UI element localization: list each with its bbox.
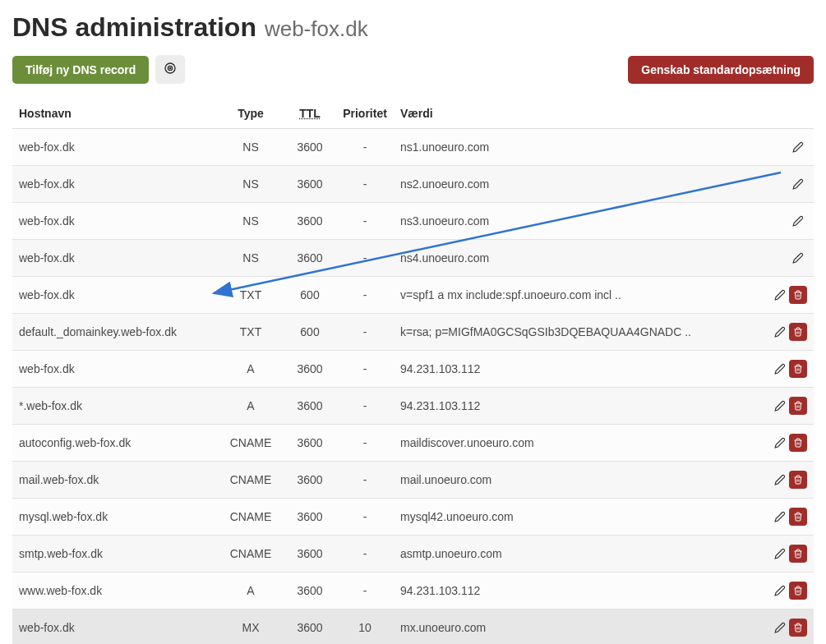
- table-row: web-fox.dkMX360010mx.unoeuro.com: [12, 610, 814, 645]
- edit-button[interactable]: [771, 360, 789, 378]
- cell-host: web-fox.dk: [12, 351, 218, 388]
- trash-icon: [793, 438, 803, 448]
- edit-button[interactable]: [789, 138, 807, 156]
- delete-button[interactable]: [789, 397, 807, 415]
- cell-host: smtp.web-fox.dk: [12, 536, 218, 573]
- cell-value: ns1.unoeuro.com: [394, 129, 764, 166]
- delete-button[interactable]: [789, 619, 807, 637]
- cell-ttl: 3600: [284, 610, 336, 645]
- dns-table: Hostnavn Type TTL Prioritet Værdi web-fo…: [12, 99, 814, 644]
- cell-actions: [764, 240, 814, 277]
- col-header-prio: Prioritet: [336, 99, 394, 129]
- cell-ttl: 3600: [284, 573, 336, 610]
- pencil-icon: [792, 141, 804, 153]
- cell-value: mx.unoeuro.com: [394, 610, 764, 645]
- delete-button[interactable]: [789, 286, 807, 304]
- cell-ttl: 3600: [284, 203, 336, 240]
- table-row: web-fox.dkNS3600-ns3.unoeuro.com: [12, 203, 814, 240]
- edit-button[interactable]: [771, 397, 789, 415]
- col-header-value: Værdi: [394, 99, 764, 129]
- cell-ttl: 3600: [284, 351, 336, 388]
- cell-host: web-fox.dk: [12, 129, 218, 166]
- cell-type: MX: [218, 610, 284, 645]
- cell-actions: [764, 610, 814, 645]
- cell-value: asmtp.unoeuro.com: [394, 536, 764, 573]
- pencil-icon: [774, 289, 786, 301]
- delete-button[interactable]: [789, 582, 807, 600]
- reset-defaults-button[interactable]: Genskab standardopsætning: [628, 56, 814, 84]
- edit-button[interactable]: [771, 582, 789, 600]
- delete-button[interactable]: [789, 323, 807, 341]
- cell-priority: -: [336, 462, 394, 499]
- trash-icon: [793, 290, 803, 300]
- cell-priority: 10: [336, 610, 394, 645]
- edit-button[interactable]: [771, 323, 789, 341]
- edit-button[interactable]: [771, 508, 789, 526]
- edit-button[interactable]: [789, 249, 807, 267]
- cell-priority: -: [336, 129, 394, 166]
- cell-value: 94.231.103.112: [394, 351, 764, 388]
- cell-host: web-fox.dk: [12, 203, 218, 240]
- delete-button[interactable]: [789, 545, 807, 563]
- cell-type: NS: [218, 203, 284, 240]
- cell-type: NS: [218, 129, 284, 166]
- cell-host: www.web-fox.dk: [12, 573, 218, 610]
- cell-type: CNAME: [218, 425, 284, 462]
- col-header-type: Type: [218, 99, 284, 129]
- cell-ttl: 600: [284, 314, 336, 351]
- edit-button[interactable]: [771, 545, 789, 563]
- edit-button[interactable]: [771, 619, 789, 637]
- trash-icon: [793, 401, 803, 411]
- cell-value: mysql42.unoeuro.com: [394, 499, 764, 536]
- cell-ttl: 3600: [284, 166, 336, 203]
- cell-priority: -: [336, 277, 394, 314]
- toolbar: Tilføj ny DNS record Genskab standardops…: [12, 55, 814, 84]
- cell-value: 94.231.103.112: [394, 573, 764, 610]
- cell-actions: [764, 351, 814, 388]
- col-header-host: Hostnavn: [12, 99, 218, 129]
- cell-priority: -: [336, 425, 394, 462]
- add-dns-record-button[interactable]: Tilføj ny DNS record: [12, 56, 149, 84]
- trash-icon: [793, 475, 803, 485]
- delete-button[interactable]: [789, 471, 807, 489]
- cell-type: TXT: [218, 314, 284, 351]
- cell-host: web-fox.dk: [12, 610, 218, 645]
- table-row: default._domainkey.web-fox.dkTXT600-k=rs…: [12, 314, 814, 351]
- cell-ttl: 3600: [284, 499, 336, 536]
- cell-priority: -: [336, 536, 394, 573]
- cell-ttl: 600: [284, 277, 336, 314]
- pencil-icon: [792, 215, 804, 227]
- delete-button[interactable]: [789, 360, 807, 378]
- cell-actions: [764, 277, 814, 314]
- col-header-ttl-label: TTL: [299, 107, 321, 120]
- cell-ttl: 3600: [284, 129, 336, 166]
- edit-button[interactable]: [789, 212, 807, 230]
- table-row: mail.web-fox.dkCNAME3600-mail.unoeuro.co…: [12, 462, 814, 499]
- cell-priority: -: [336, 499, 394, 536]
- pencil-icon: [774, 400, 786, 412]
- cell-actions: [764, 573, 814, 610]
- delete-button[interactable]: [789, 508, 807, 526]
- cell-type: NS: [218, 166, 284, 203]
- col-header-ttl: TTL: [284, 99, 336, 129]
- edit-button[interactable]: [789, 175, 807, 193]
- target-icon: [164, 62, 177, 77]
- pencil-icon: [774, 474, 786, 485]
- cell-priority: -: [336, 351, 394, 388]
- edit-button[interactable]: [771, 434, 789, 452]
- delete-button[interactable]: [789, 434, 807, 452]
- cell-host: *.web-fox.dk: [12, 388, 218, 425]
- cell-value: 94.231.103.112: [394, 388, 764, 425]
- edit-button[interactable]: [771, 286, 789, 304]
- cell-type: A: [218, 351, 284, 388]
- toolbar-right: Genskab standardopsætning: [628, 56, 814, 84]
- cell-ttl: 3600: [284, 240, 336, 277]
- toolbar-misc-button[interactable]: [155, 55, 185, 84]
- trash-icon: [793, 623, 803, 632]
- cell-host: mysql.web-fox.dk: [12, 499, 218, 536]
- pencil-icon: [774, 326, 786, 338]
- edit-button[interactable]: [771, 471, 789, 489]
- trash-icon: [793, 327, 803, 337]
- page-header: DNS administration web-fox.dk: [12, 12, 814, 43]
- cell-type: TXT: [218, 277, 284, 314]
